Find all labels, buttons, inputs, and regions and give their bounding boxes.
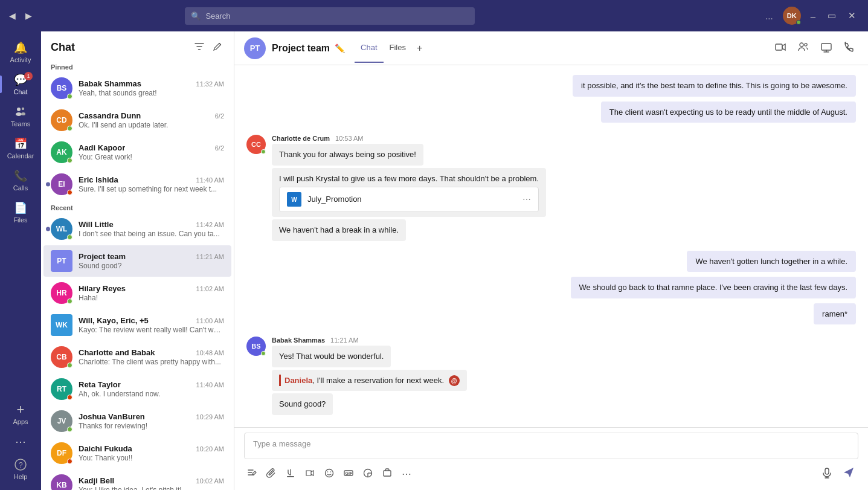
chat-item-aadi[interactable]: AK Aadi Kapoor 6/2 You: Great work! <box>43 137 231 168</box>
share-screen-button[interactable] <box>817 39 835 57</box>
back-button[interactable]: ◀ <box>5 8 19 23</box>
send-button[interactable] <box>839 464 858 484</box>
chat-item-daichi[interactable]: DF Daichi Fukuda 10:20 AM You: Thank you… <box>43 437 231 469</box>
people-button[interactable] <box>794 39 812 57</box>
avatar-wrap-babak: BS <box>51 77 72 99</box>
video-meeting-button[interactable] <box>771 39 789 57</box>
compose-toolbar: GIF ⋯ <box>244 464 858 484</box>
chat-name-multi: Will, Kayo, Eric, +5 <box>79 316 149 325</box>
sidebar-item-activity[interactable]: 🔔 Activity <box>0 37 41 67</box>
chat-item-charlotte-babak[interactable]: CB Charlotte and Babak 10:48 AM Charlott… <box>43 341 231 373</box>
chat-item-eric[interactable]: EI Eric Ishida 11:40 AM Sure. I'll set u… <box>43 169 231 200</box>
new-chat-button[interactable] <box>211 40 224 55</box>
chat-name-hilary: Hilary Reyes <box>79 284 126 293</box>
chat-info-joshua: Joshua VanBuren 10:29 AM Thanks for revi… <box>79 412 224 430</box>
sidebar-item-calendar[interactable]: 📅 Calendar <box>0 134 41 163</box>
self-msg-group-middle: We haven't gotten lunch together in a wh… <box>246 251 856 327</box>
edit-name-button[interactable]: ✏️ <box>335 44 345 53</box>
chat-info-multi: Will, Kayo, Eric, +5 11:00 AM Kayo: The … <box>79 316 224 334</box>
tab-files[interactable]: Files <box>384 33 412 63</box>
chat-info-will: Will Little 11:42 AM I don't see that be… <box>79 220 224 238</box>
emoji-button[interactable] <box>321 466 337 483</box>
svg-text:GIF: GIF <box>346 471 353 475</box>
format-button[interactable] <box>244 466 260 483</box>
add-tab-button[interactable]: + <box>412 33 427 63</box>
sidebar-item-teams[interactable]: Teams <box>0 102 41 131</box>
group-avatar-project: PT <box>51 250 72 272</box>
chat-item-reta[interactable]: RT Reta Taylor 11:40 AM Ah, ok. I unders… <box>43 373 231 405</box>
avatar-wrap-kadji: KB <box>51 474 72 490</box>
chat-time-project: 11:21 AM <box>196 253 224 260</box>
chat-info-aadi: Aadi Kapoor 6/2 You: Great work! <box>79 143 224 161</box>
chat-item-joshua[interactable]: JV Joshua VanBuren 10:29 AM Thanks for r… <box>43 405 231 437</box>
chat-preview-babak: Yeah, that sounds great! <box>79 89 224 97</box>
svg-rect-6 <box>776 44 782 50</box>
attach-button[interactable] <box>263 466 279 483</box>
chat-name-row-will: Will Little 11:42 AM <box>79 220 224 229</box>
activity-label: Activity <box>10 56 31 63</box>
chat-item-group-multi[interactable]: WK Will, Kayo, Eric, +5 11:00 AM Kayo: T… <box>43 309 231 341</box>
maximize-button[interactable]: ▭ <box>825 8 838 24</box>
file-more-button[interactable]: ⋯ <box>522 193 531 206</box>
sidebar-item-help[interactable]: ? Help <box>0 454 41 484</box>
search-input[interactable] <box>185 7 475 25</box>
more-options-button[interactable]: ... <box>763 8 776 24</box>
chat-preview-project: Sound good? <box>79 262 224 270</box>
chat-item-cassandra[interactable]: CD Cassandra Dunn 6/2 Ok. I'll send an u… <box>43 105 231 136</box>
more-compose-button[interactable]: ⋯ <box>399 466 414 482</box>
chat-item-hilary[interactable]: HR Hilary Reyes 11:02 AM Haha! <box>43 277 231 309</box>
sidebar-item-apps[interactable]: + Apps <box>0 399 41 429</box>
avatar-status-dot <box>796 20 801 25</box>
charlotte-msg-2-text: I will push Krystal to give us a few mor… <box>279 174 539 183</box>
sidebar-item-calls[interactable]: 📞 Calls <box>0 166 41 195</box>
chat-item-babak[interactable]: BS Babak Shammas 11:32 AM Yeah, that sou… <box>43 73 231 104</box>
sidebar-item-chat[interactable]: 💬 1 Chat <box>0 69 41 99</box>
gif-button[interactable]: GIF <box>341 466 356 483</box>
chat-preview-eric: Sure. I'll set up something for next wee… <box>79 185 224 193</box>
babak-msg-3: Sound good? <box>272 393 333 415</box>
minimize-button[interactable]: – <box>808 8 818 24</box>
loop-button[interactable] <box>379 466 395 483</box>
svg-rect-10 <box>287 476 294 477</box>
chat-name-row-aadi: Aadi Kapoor 6/2 <box>79 143 224 152</box>
chat-item-project-team[interactable]: PT Project team 11:21 AM Sound good? <box>43 245 231 277</box>
sidebar-item-files[interactable]: 📄 Files <box>0 198 41 227</box>
self-msg-1: it possible, and it's the best team to d… <box>573 75 856 97</box>
chat-item-kadji[interactable]: KB Kadji Bell 10:02 AM You: I like the i… <box>43 469 231 490</box>
babak-msg-2-text: , I'll make a reservation for next week. <box>312 376 444 385</box>
group-avatar-multi: WK <box>51 314 72 336</box>
avatar-wrap-eric: EI <box>51 173 72 195</box>
chat-name-cb: Charlotte and Babak <box>79 348 155 357</box>
self-msg-5: ramen* <box>814 303 856 325</box>
forward-button[interactable]: ▶ <box>22 8 36 23</box>
dictate-button[interactable] <box>818 465 835 483</box>
tab-chat[interactable]: Chat <box>355 33 383 63</box>
clip-button[interactable] <box>283 466 298 483</box>
calendar-icon: 📅 <box>14 137 27 150</box>
meet-button[interactable] <box>302 466 318 483</box>
chat-info-babak: Babak Shammas 11:32 AM Yeah, that sounds… <box>79 79 224 97</box>
chat-header-avatar: PT <box>244 37 266 59</box>
svg-point-3 <box>21 112 25 115</box>
start-call-button[interactable] <box>840 39 858 57</box>
chat-time-reta: 11:40 AM <box>196 381 224 388</box>
filter-button[interactable] <box>193 40 206 55</box>
svg-point-0 <box>17 108 21 111</box>
compose-input[interactable]: Type a message <box>244 433 858 459</box>
chat-header-actions <box>771 39 858 57</box>
user-avatar[interactable]: DK <box>783 7 801 25</box>
chat-preview-cb: Charlotte: The client was pretty happy w… <box>79 358 224 366</box>
svg-point-7 <box>800 43 803 47</box>
close-button[interactable]: ✕ <box>846 8 858 24</box>
chat-info-cb: Charlotte and Babak 10:48 AM Charlotte: … <box>79 348 224 366</box>
chat-item-will[interactable]: WL Will Little 11:42 AM I don't see that… <box>43 213 231 245</box>
main-layout: 🔔 Activity 💬 1 Chat Teams <box>0 0 868 490</box>
babak-msg-2: Daniela, I'll make a reservation for nex… <box>272 370 467 392</box>
chat-info-cassandra: Cassandra Dunn 6/2 Ok. I'll send an upda… <box>79 111 224 129</box>
chat-time-joshua: 10:29 AM <box>196 413 224 421</box>
sidebar-item-more[interactable]: ⋯ <box>0 431 41 452</box>
chat-info-reta: Reta Taylor 11:40 AM Ah, ok. I understan… <box>79 380 224 398</box>
sticker-button[interactable] <box>360 466 376 483</box>
chat-name-row-cassandra: Cassandra Dunn 6/2 <box>79 111 224 120</box>
sidebar-header: Chat <box>41 31 234 60</box>
